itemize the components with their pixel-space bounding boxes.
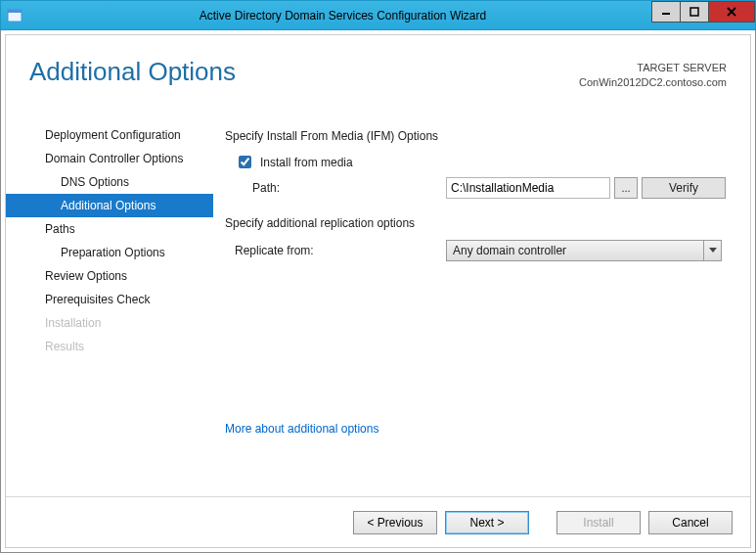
install-from-media-label: Install from media xyxy=(260,156,353,169)
ifm-section-label: Specify Install From Media (IFM) Options xyxy=(225,129,734,143)
wizard-step[interactable]: DNS Options xyxy=(6,170,213,194)
wizard-steps-sidebar: Deployment ConfigurationDomain Controlle… xyxy=(6,115,213,480)
chevron-down-icon xyxy=(703,241,721,260)
cancel-button[interactable]: Cancel xyxy=(648,511,733,534)
replication-section-label: Specify additional replication options xyxy=(225,216,734,230)
replicate-from-label: Replicate from: xyxy=(235,244,446,257)
target-server-block: TARGET SERVER ConWin2012DC2.contoso.com xyxy=(579,57,727,90)
minimize-button[interactable] xyxy=(651,1,681,23)
svg-marker-6 xyxy=(709,248,717,253)
window-title: Active Directory Domain Services Configu… xyxy=(28,9,755,23)
svg-rect-3 xyxy=(690,8,698,16)
window-controls xyxy=(652,1,755,23)
app-icon xyxy=(1,9,28,23)
svg-rect-1 xyxy=(8,10,22,13)
verify-button[interactable]: Verify xyxy=(642,177,726,199)
install-button: Install xyxy=(556,511,641,534)
page-title: Additional Options xyxy=(29,57,579,87)
target-server-label: TARGET SERVER xyxy=(579,61,727,75)
wizard-step[interactable]: Prerequisites Check xyxy=(6,288,213,311)
wizard-step: Results xyxy=(6,335,213,358)
wizard-step[interactable]: Additional Options xyxy=(6,194,213,217)
wizard-step: Installation xyxy=(6,311,213,335)
wizard-step[interactable]: Deployment Configuration xyxy=(6,123,213,147)
wizard-step[interactable]: Domain Controller Options xyxy=(6,147,213,170)
path-label: Path: xyxy=(252,181,446,195)
target-server-value: ConWin2012DC2.contoso.com xyxy=(579,75,727,90)
wizard-step[interactable]: Paths xyxy=(6,217,213,241)
path-input[interactable] xyxy=(446,177,610,199)
close-button[interactable] xyxy=(708,1,755,23)
previous-button[interactable]: < Previous xyxy=(353,511,437,534)
header: Additional Options TARGET SERVER ConWin2… xyxy=(6,35,750,115)
main-panel: Specify Install From Media (IFM) Options… xyxy=(213,115,750,480)
wizard-step[interactable]: Review Options xyxy=(6,264,213,288)
next-button[interactable]: Next > xyxy=(445,511,529,534)
maximize-button[interactable] xyxy=(680,1,709,23)
install-from-media-checkbox[interactable] xyxy=(239,156,251,168)
browse-button[interactable]: ... xyxy=(614,177,638,199)
window-body: Additional Options TARGET SERVER ConWin2… xyxy=(0,30,756,553)
footer-buttons: < Previous Next > Install Cancel xyxy=(6,496,750,547)
wizard-step[interactable]: Preparation Options xyxy=(6,241,213,264)
replicate-from-value: Any domain controller xyxy=(447,244,703,257)
more-link[interactable]: More about additional options xyxy=(225,422,378,436)
titlebar: Active Directory Domain Services Configu… xyxy=(0,0,756,30)
replicate-from-dropdown[interactable]: Any domain controller xyxy=(446,240,722,261)
